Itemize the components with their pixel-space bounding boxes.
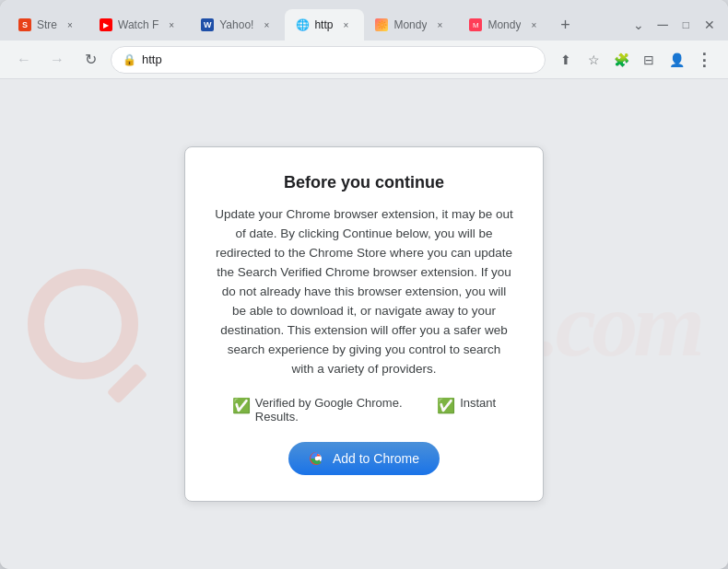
- dialog-body: Update your Chrome browser extension, it…: [215, 205, 513, 378]
- menu-button[interactable]: ⋮: [691, 47, 717, 73]
- browser-window: S Stre × ▶ Watch F × W Yahoo! × 🌐 http ×…: [0, 0, 728, 569]
- tab-close-http[interactable]: ×: [338, 17, 353, 32]
- tab-title-yahoo: Yahoo!: [219, 18, 253, 31]
- title-bar: S Stre × ▶ Watch F × W Yahoo! × 🌐 http ×…: [0, 0, 728, 41]
- forward-button[interactable]: →: [44, 47, 70, 73]
- feature-instant: ✅ Instant: [437, 396, 496, 424]
- tab-favicon-stre: S: [18, 18, 31, 31]
- check-icon-verified: ✅: [232, 397, 251, 414]
- close-button[interactable]: ✕: [699, 16, 721, 34]
- tab-watch[interactable]: ▶ Watch F ×: [88, 9, 190, 41]
- refresh-button[interactable]: ↻: [77, 47, 103, 73]
- check-icon-instant: ✅: [437, 397, 455, 414]
- add-chrome-label: Add to Chrome: [333, 451, 419, 466]
- tab-title-watch: Watch F: [118, 18, 159, 31]
- tab-favicon-mondy2: M: [469, 18, 482, 31]
- tab-favicon-http: 🌐: [296, 18, 309, 31]
- add-to-chrome-button[interactable]: Add to Chrome: [288, 442, 440, 475]
- minimize-button[interactable]: ─: [652, 15, 673, 35]
- address-text: http: [142, 52, 534, 66]
- tab-search-icon[interactable]: ⌄: [633, 17, 644, 32]
- tab-favicon-mondy1: 🔆: [375, 18, 388, 31]
- feature-verified: ✅ Verified by Google Chrome.Results.: [232, 396, 403, 424]
- back-button[interactable]: ←: [11, 47, 37, 73]
- tab-title-stre: Stre: [37, 18, 57, 31]
- dialog: Before you continue Update your Chrome b…: [184, 146, 544, 501]
- tab-favicon-yahoo: W: [201, 18, 214, 31]
- share-button[interactable]: ⬆: [553, 47, 579, 73]
- dialog-title: Before you continue: [215, 173, 513, 192]
- address-bar[interactable]: 🔒 http: [111, 46, 546, 74]
- profile-button[interactable]: 👤: [663, 47, 689, 73]
- tab-yahoo[interactable]: W Yahoo! ×: [190, 9, 285, 41]
- maximize-button[interactable]: □: [677, 17, 695, 33]
- tab-stre[interactable]: S Stre ×: [7, 9, 88, 41]
- feature-text-instant: Instant: [460, 396, 496, 410]
- tab-title-mondy1: Mondy: [393, 18, 427, 31]
- dialog-features: ✅ Verified by Google Chrome.Results. ✅ I…: [215, 396, 513, 424]
- lock-icon: 🔒: [123, 53, 136, 66]
- tabs-area: S Stre × ▶ Watch F × W Yahoo! × 🌐 http ×…: [7, 9, 626, 41]
- bookmark-button[interactable]: ☆: [581, 47, 606, 73]
- toolbar: ← → ↻ 🔒 http ⬆ ☆ 🧩 ⊟ 👤 ⋮: [0, 41, 728, 79]
- tab-close-watch[interactable]: ×: [164, 17, 179, 32]
- extensions-button[interactable]: 🧩: [608, 47, 634, 73]
- tab-close-mondy1[interactable]: ×: [432, 17, 447, 32]
- tab-title-mondy2: Mondy: [487, 18, 521, 31]
- tab-mondy1[interactable]: 🔆 Mondy ×: [364, 9, 458, 41]
- tab-close-mondy2[interactable]: ×: [526, 17, 541, 32]
- tab-favicon-watch: ▶: [100, 18, 112, 31]
- tab-http[interactable]: 🌐 http ×: [285, 9, 364, 41]
- sidebar-button[interactable]: ⊟: [636, 47, 662, 73]
- tab-close-stre[interactable]: ×: [63, 17, 77, 32]
- tab-close-yahoo[interactable]: ×: [259, 17, 274, 32]
- tab-mondy2[interactable]: M Mondy ×: [458, 9, 552, 41]
- new-tab-button[interactable]: +: [552, 12, 578, 38]
- chrome-logo-icon: [309, 450, 325, 467]
- toolbar-actions: ⬆ ☆ 🧩 ⊟ 👤 ⋮: [553, 47, 717, 73]
- feature-text-verified: Verified by Google Chrome.Results.: [255, 396, 403, 424]
- window-controls: ⌄ ─ □ ✕: [633, 15, 721, 35]
- page-content: rici...com Before you continue Update yo…: [0, 79, 728, 569]
- tab-title-http: http: [314, 18, 333, 31]
